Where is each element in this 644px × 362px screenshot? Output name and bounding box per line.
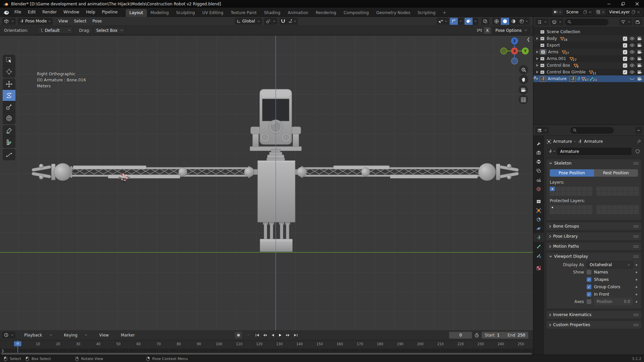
datablock-name-field[interactable]: Armature <box>546 147 632 156</box>
properties-tab-bone-constraint-icon[interactable] <box>533 251 544 260</box>
viewport-menu-select[interactable]: Select <box>71 19 89 23</box>
outliner-row-arms[interactable]: Arms27✓ <box>533 49 644 55</box>
breadcrumb-object[interactable]: Armature <box>553 139 572 144</box>
viewport-menu-view[interactable]: View <box>55 19 71 23</box>
viewport-canvas[interactable]: Right Orthographic (0) Armature : Bone.0… <box>0 36 533 330</box>
hide-viewport-icon[interactable] <box>630 57 635 60</box>
layer-cell[interactable] <box>555 191 560 196</box>
outliner-editor-type-button[interactable] <box>535 18 549 25</box>
layer-cell[interactable] <box>623 191 628 196</box>
shading-wireframe-button[interactable] <box>492 18 501 25</box>
animate-dot[interactable] <box>636 272 637 273</box>
tab-scripting[interactable]: Scripting <box>414 9 439 17</box>
layer-cell[interactable] <box>623 210 628 214</box>
viewlayer-selector[interactable]: ViewLayer <box>607 9 642 15</box>
layer-cell[interactable] <box>560 187 566 191</box>
panel-grip[interactable] <box>633 162 639 165</box>
tool-annotate-button[interactable] <box>3 125 15 136</box>
panel-grip[interactable] <box>633 323 639 326</box>
exclude-checkbox[interactable]: ✓ <box>623 37 627 41</box>
properties-search-input[interactable] <box>570 127 614 134</box>
tab-sculpting[interactable]: Sculpting <box>172 9 199 17</box>
hide-viewport-icon[interactable] <box>630 44 635 47</box>
panel-grip[interactable] <box>633 255 639 258</box>
expand-arrow[interactable] <box>535 57 539 60</box>
shading-material-button[interactable] <box>509 18 518 25</box>
menu-window[interactable]: Window <box>60 8 83 16</box>
fake-user-shield-button[interactable] <box>633 147 642 156</box>
camera-view-button[interactable] <box>519 85 528 95</box>
properties-tab-scene-icon[interactable] <box>533 175 544 184</box>
properties-tab-view-layer-icon[interactable] <box>533 166 544 175</box>
outliner-row-armature[interactable]: Armature4723 <box>533 75 644 82</box>
animate-dot[interactable] <box>636 279 637 281</box>
viewport-display-header[interactable]: Viewport Display <box>546 252 641 260</box>
layer-cell[interactable] <box>587 191 592 196</box>
properties-tab-render-icon[interactable] <box>533 148 544 157</box>
zoom-button[interactable] <box>519 65 528 74</box>
expand-arrow[interactable] <box>535 64 539 67</box>
properties-tab-object-icon[interactable] <box>533 206 544 215</box>
expand-arrow[interactable] <box>535 37 539 40</box>
tool-scale-button[interactable] <box>3 101 15 113</box>
properties-tab-bone-icon[interactable] <box>533 242 544 251</box>
show-gizmo-dropdown[interactable] <box>437 18 449 25</box>
drag-setting-dropdown[interactable]: Select Box <box>94 27 125 34</box>
layer-cell[interactable] <box>634 187 639 191</box>
tool-move-button[interactable] <box>3 78 15 90</box>
properties-tab-collection-icon[interactable] <box>533 197 544 206</box>
tab-layout[interactable]: Layout <box>126 9 147 17</box>
shading-solid-button[interactable] <box>501 18 509 25</box>
layer-cell[interactable] <box>577 191 582 196</box>
layer-cell[interactable] <box>571 205 576 209</box>
layer-cell[interactable] <box>550 210 555 214</box>
properties-tab-texture-icon[interactable] <box>533 263 544 273</box>
timeline-menu-marker[interactable]: Marker <box>115 333 141 338</box>
outliner-row-export[interactable]: Export✓ <box>533 42 644 49</box>
hide-viewport-icon[interactable] <box>630 77 635 80</box>
jump-end-button[interactable] <box>292 332 299 339</box>
exclude-checkbox[interactable]: ✓ <box>623 63 627 68</box>
shading-rendered-button[interactable] <box>518 18 530 25</box>
exclude-checkbox[interactable]: ✓ <box>623 57 627 61</box>
layer-cell[interactable] <box>555 205 560 209</box>
axes-checkbox[interactable] <box>587 299 591 304</box>
tab-animation[interactable]: Animation <box>284 9 312 17</box>
protected-layers-grid[interactable] <box>550 205 638 214</box>
animate-dot[interactable] <box>636 286 637 288</box>
panel-grip[interactable] <box>633 245 639 248</box>
timeline-menu-playback[interactable]: Playback <box>18 333 58 338</box>
disable-render-icon[interactable] <box>637 77 642 81</box>
checkbox-names[interactable] <box>587 270 591 275</box>
panel-pose-library-header[interactable]: Pose Library <box>546 232 641 240</box>
close-button[interactable] <box>630 0 644 8</box>
overlays-toggle[interactable] <box>465 18 473 25</box>
layer-cell[interactable] <box>629 187 634 191</box>
properties-tab-constraints-icon[interactable] <box>533 215 544 224</box>
pose-options-dropdown[interactable]: Pose Options <box>493 27 530 34</box>
layer-cell[interactable] <box>550 205 555 209</box>
panel-grip[interactable] <box>633 313 639 316</box>
new-collection-button[interactable] <box>634 18 642 25</box>
disable-render-icon[interactable] <box>637 50 642 54</box>
layer-cell[interactable] <box>607 187 612 191</box>
use-preview-range-icon[interactable] <box>475 333 479 338</box>
layer-cell[interactable] <box>607 210 612 214</box>
layer-cell[interactable] <box>607 191 612 196</box>
scene-picker-button[interactable] <box>552 9 563 15</box>
properties-tab-data-armature-icon[interactable] <box>533 233 544 242</box>
tool-transform-button[interactable] <box>3 113 15 124</box>
timeline-track[interactable] <box>0 349 533 353</box>
layer-cell[interactable] <box>607 205 612 209</box>
snap-settings-dropdown[interactable] <box>287 18 298 25</box>
maximize-button[interactable] <box>616 0 630 8</box>
disable-render-icon[interactable] <box>637 63 642 67</box>
hide-viewport-icon[interactable] <box>630 50 635 54</box>
properties-tab-physics-icon[interactable] <box>533 224 544 233</box>
tab-rendering[interactable]: Rendering <box>312 9 340 17</box>
orientation-setting-dropdown[interactable]: Default <box>37 27 73 34</box>
outliner-row-arms-001[interactable]: Arms.00127✓ <box>533 55 644 62</box>
tool-select-box-button[interactable] <box>3 55 15 66</box>
transform-orientation-dropdown[interactable]: Global <box>235 18 262 25</box>
layer-cell[interactable] <box>634 210 639 214</box>
